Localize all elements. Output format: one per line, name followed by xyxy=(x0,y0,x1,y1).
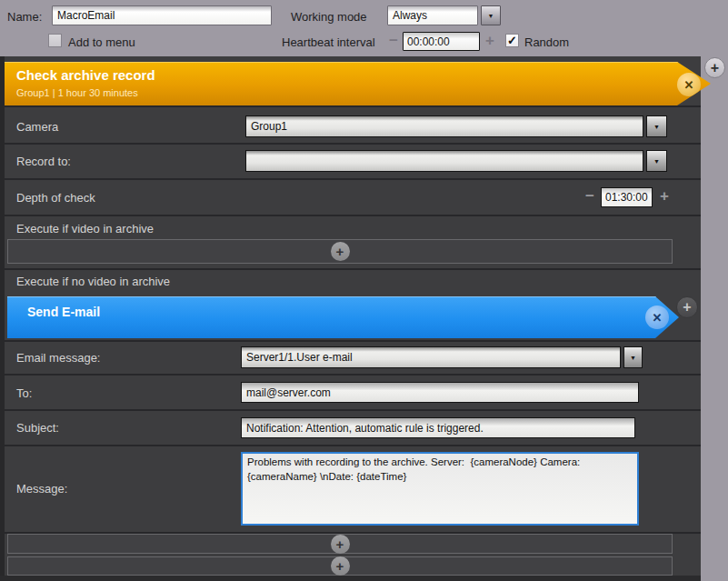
plus-icon: + xyxy=(336,245,344,257)
name-label: Name: xyxy=(7,10,42,24)
plus-icon: + xyxy=(660,187,669,205)
depth-increase-button[interactable]: + xyxy=(660,190,669,203)
execute-if-video-label: Execute if video in archive xyxy=(16,222,154,235)
chevron-down-icon: ▼ xyxy=(630,355,636,361)
minus-icon: − xyxy=(389,32,398,49)
record-to-select[interactable] xyxy=(245,150,643,172)
block-title: Send E-mail xyxy=(27,305,100,319)
to-field[interactable] xyxy=(241,382,639,403)
record-to-label: Record to: xyxy=(16,155,71,168)
chevron-down-icon: ▼ xyxy=(653,158,660,165)
plus-icon: + xyxy=(683,301,691,314)
add-action-after-email-button[interactable]: + xyxy=(676,296,698,318)
heartbeat-label: Heartbeat interval xyxy=(282,35,375,49)
execute-if-no-video-label: Execute if no video in archive xyxy=(16,275,170,288)
block-title: Check archive record xyxy=(16,67,155,83)
email-message-dropdown-button[interactable]: ▼ xyxy=(623,346,643,368)
plus-icon: + xyxy=(485,32,494,49)
macro-actions-panel: Check archive record Group1 | 1 hour 30 … xyxy=(0,56,701,581)
add-to-menu-checkbox[interactable] xyxy=(48,34,62,47)
random-checkbox[interactable]: ✓ xyxy=(505,34,519,47)
email-message-select[interactable]: Server1/1.User e-mail xyxy=(241,346,621,368)
subject-field[interactable] xyxy=(241,417,635,438)
plus-icon: + xyxy=(711,62,719,75)
close-button[interactable]: ✕ xyxy=(677,73,701,96)
camera-dropdown-button[interactable]: ▼ xyxy=(646,115,667,137)
close-icon: ✕ xyxy=(684,78,694,92)
row-separator xyxy=(5,340,701,342)
row-separator xyxy=(5,445,701,446)
random-label: Random xyxy=(524,35,569,49)
add-action-button[interactable]: + xyxy=(331,556,350,576)
add-to-menu-label: Add to menu xyxy=(68,35,135,49)
subject-label: Subject: xyxy=(16,421,59,435)
row-separator xyxy=(5,409,701,411)
chevron-down-icon: ▼ xyxy=(653,124,660,130)
row-separator xyxy=(5,178,701,180)
name-field[interactable] xyxy=(52,5,272,25)
working-mode-select[interactable]: Always xyxy=(387,5,478,25)
check-archive-record-block-header[interactable]: Check archive record Group1 | 1 hour 30 … xyxy=(5,62,711,105)
close-button[interactable]: ✕ xyxy=(645,306,669,329)
to-label: To: xyxy=(16,386,32,400)
camera-label: Camera xyxy=(16,120,58,134)
depth-of-check-label: Depth of check xyxy=(16,191,95,205)
depth-of-check-field[interactable] xyxy=(601,187,653,207)
heartbeat-decrease-button[interactable]: − xyxy=(389,35,398,47)
row-separator xyxy=(5,374,701,376)
camera-select[interactable]: Group1 xyxy=(245,115,643,137)
heartbeat-increase-button[interactable]: + xyxy=(485,35,494,47)
send-email-block-header[interactable]: Send E-mail ✕ xyxy=(7,296,679,338)
add-action-bottom-bar-2[interactable]: + xyxy=(7,556,673,576)
depth-decrease-button[interactable]: − xyxy=(585,190,594,203)
row-separator xyxy=(5,268,701,270)
record-to-dropdown-button[interactable]: ▼ xyxy=(646,150,667,172)
panel-bottom-edge xyxy=(0,576,701,581)
minus-icon: − xyxy=(585,187,594,205)
message-label: Message: xyxy=(16,482,67,496)
plus-icon: + xyxy=(336,538,344,550)
working-mode-dropdown-button[interactable]: ▼ xyxy=(481,5,501,25)
add-action-button[interactable]: + xyxy=(331,242,350,261)
add-action-if-video-bar[interactable]: + xyxy=(7,239,673,264)
plus-icon: + xyxy=(336,560,344,572)
row-separator xyxy=(5,215,701,216)
heartbeat-field[interactable] xyxy=(403,32,480,51)
working-mode-label: Working mode xyxy=(291,10,367,24)
checkmark-icon: ✓ xyxy=(507,35,517,46)
panel-left-edge xyxy=(0,56,5,581)
add-action-bottom-bar-1[interactable]: + xyxy=(7,534,673,554)
row-separator xyxy=(5,105,701,107)
block-subtitle: Group1 | 1 hour 30 minutes xyxy=(16,87,138,98)
email-message-label: Email message: xyxy=(16,351,100,365)
close-icon: ✕ xyxy=(653,311,663,325)
add-action-button[interactable]: + xyxy=(331,535,350,554)
row-separator xyxy=(5,143,701,145)
chevron-down-icon: ▼ xyxy=(488,13,494,19)
add-action-top-button[interactable]: + xyxy=(704,57,725,78)
message-field[interactable]: Problems with recording to the archive. … xyxy=(241,452,639,526)
